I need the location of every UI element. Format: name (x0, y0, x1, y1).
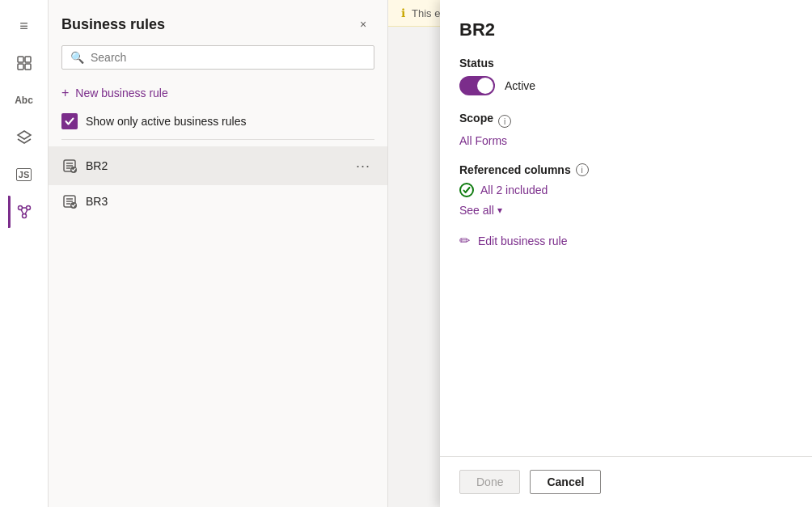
search-container: 🔍 (49, 45, 387, 79)
scope-section: Scope i All Forms (459, 112, 793, 147)
info-icon: ℹ (401, 6, 405, 19)
panel-title: Business rules (61, 16, 165, 33)
filter-label: Show only active business rules (86, 115, 246, 128)
rule-name-br3: BR3 (86, 195, 374, 208)
plus-icon: + (61, 86, 69, 100)
svg-line-10 (25, 209, 27, 214)
detail-panel: BR2 Status Active Scope i All Forms (440, 0, 812, 507)
sidebar-icon-js[interactable]: JS (8, 158, 40, 191)
search-input[interactable] (91, 51, 366, 64)
edit-rule-label: Edit business rule (478, 234, 568, 247)
scope-value: All Forms (459, 134, 793, 147)
sidebar-icon-text[interactable]: Abc (8, 84, 40, 116)
checkmark-icon (65, 116, 74, 126)
status-toggle[interactable] (459, 76, 495, 95)
layers-icon (16, 129, 32, 146)
close-icon: × (360, 18, 366, 31)
icon-sidebar: ≡ Abc JS (0, 0, 49, 507)
status-label: Status (459, 57, 793, 70)
rule-name-br2: BR2 (86, 159, 352, 172)
rule-icon-br3 (61, 193, 78, 209)
status-section: Status Active (459, 57, 793, 95)
toggle-row: Active (459, 76, 793, 95)
scope-info-icon[interactable]: i (498, 115, 511, 128)
detail-content: BR2 Status Active Scope i All Forms (440, 0, 812, 456)
ref-columns-value-row: All 2 included (459, 183, 793, 197)
rules-list: BR2 ··· BR3 (49, 140, 387, 507)
edit-rule-button[interactable]: ✏ Edit business rule (459, 233, 793, 248)
close-button[interactable]: × (352, 13, 374, 36)
svg-point-6 (26, 206, 30, 210)
svg-line-9 (21, 209, 23, 214)
business-rules-panel: Business rules × 🔍 + New business rule S… (49, 0, 388, 507)
svg-rect-0 (18, 57, 23, 62)
svg-rect-3 (25, 64, 31, 70)
active-filter-checkbox[interactable] (61, 113, 78, 129)
done-button: Done (459, 470, 520, 494)
ref-columns-label: Referenced columns (459, 163, 571, 176)
rule-more-button-br2[interactable]: ··· (352, 154, 374, 177)
scope-header-row: Scope i (459, 112, 793, 131)
svg-rect-2 (18, 64, 23, 70)
svg-point-5 (18, 206, 22, 210)
hamburger-icon: ≡ (19, 18, 28, 35)
sidebar-icon-layers[interactable] (8, 121, 40, 154)
scope-label: Scope (459, 112, 493, 125)
panel-header: Business rules × (49, 0, 387, 45)
detail-title: BR2 (459, 19, 793, 40)
ref-columns-header: Referenced columns i (459, 163, 793, 176)
ref-columns-section: Referenced columns i All 2 included See … (459, 163, 793, 217)
rule-item-br3[interactable]: BR3 (49, 185, 387, 218)
check-circle-icon (459, 183, 474, 197)
text-icon: Abc (15, 95, 33, 106)
status-value: Active (505, 79, 535, 92)
rule-item-br2[interactable]: BR2 ··· (49, 146, 387, 185)
svg-marker-4 (18, 131, 31, 139)
toggle-thumb (477, 78, 493, 94)
sidebar-icon-grid[interactable] (8, 47, 40, 79)
edit-pencil-icon: ✏ (459, 233, 470, 248)
filter-row: Show only active business rules (49, 107, 387, 139)
main-area: Business rules × 🔍 + New business rule S… (49, 0, 812, 507)
cancel-button[interactable]: Cancel (530, 470, 601, 494)
detail-footer: Done Cancel (440, 456, 812, 507)
ref-columns-info-icon[interactable]: i (576, 163, 589, 176)
new-rule-button[interactable]: + New business rule (49, 79, 387, 107)
sidebar-icon-flow[interactable] (8, 196, 40, 228)
svg-point-7 (22, 214, 26, 218)
chevron-down-icon: ▾ (497, 205, 502, 216)
check-icon (463, 186, 471, 194)
new-rule-label: New business rule (75, 87, 167, 99)
see-all-label: See all (459, 204, 494, 217)
sidebar-icon-hamburger[interactable]: ≡ (8, 10, 40, 42)
search-icon: 🔍 (70, 51, 84, 64)
flow-icon (16, 204, 32, 220)
grid-icon (16, 55, 32, 71)
see-all-button[interactable]: See all ▾ (459, 204, 793, 217)
rule-icon-br2 (61, 158, 78, 174)
search-box[interactable]: 🔍 (61, 45, 374, 70)
ref-columns-text: All 2 included (480, 184, 548, 196)
svg-rect-1 (25, 57, 31, 62)
js-icon: JS (16, 168, 32, 181)
